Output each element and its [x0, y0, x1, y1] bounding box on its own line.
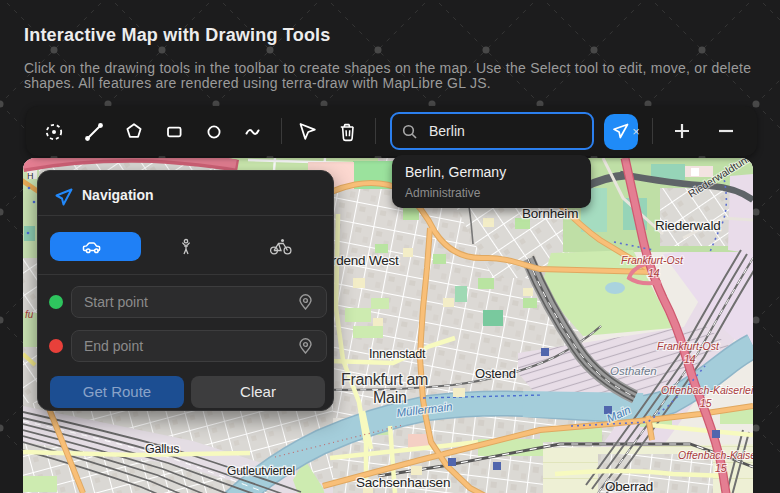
svg-text:14: 14	[648, 267, 660, 279]
svg-text:Ostend: Ostend	[475, 366, 516, 381]
svg-text:14: 14	[684, 353, 696, 365]
svg-text:Osthafen: Osthafen	[610, 365, 657, 377]
svg-text:Oberrad: Oberrad	[605, 479, 653, 493]
svg-text:Frankfurt am: Frankfurt am	[341, 371, 428, 388]
svg-text:Frankfurt-Ost: Frankfurt-Ost	[621, 254, 684, 266]
svg-text:Gallus: Gallus	[145, 442, 179, 456]
svg-text:15: 15	[715, 462, 727, 474]
svg-text:fu: fu	[25, 309, 34, 320]
svg-text:Main: Main	[373, 389, 406, 406]
svg-text:Innenstadt: Innenstadt	[369, 347, 426, 361]
svg-text:H: H	[27, 171, 34, 181]
svg-text:Frankfurt-Ost: Frankfurt-Ost	[657, 340, 720, 352]
svg-text:Offenbach-Kaiser: Offenbach-Kaiser	[678, 449, 753, 461]
svg-text:15: 15	[700, 397, 712, 409]
svg-text:Bornheim: Bornheim	[522, 206, 578, 221]
svg-text:Offenbach-Kaiserlei: Offenbach-Kaiserlei	[661, 384, 753, 396]
svg-text:Riederwald: Riederwald	[655, 218, 721, 233]
svg-text:Sachsenhausen: Sachsenhausen	[356, 475, 450, 490]
svg-text:Gutleutviertel: Gutleutviertel	[227, 464, 295, 478]
